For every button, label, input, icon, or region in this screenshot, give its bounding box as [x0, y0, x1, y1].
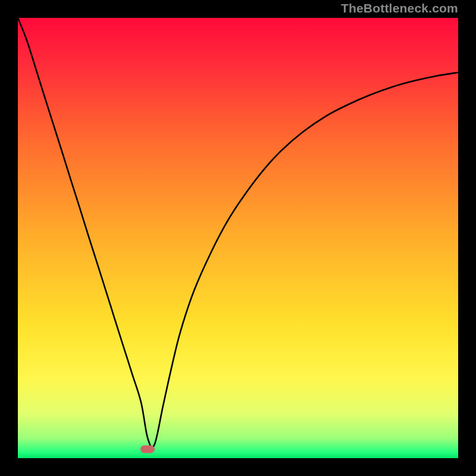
watermark-text: TheBottleneck.com [341, 1, 458, 15]
svg-rect-0 [18, 18, 458, 458]
optimal-point-marker [140, 446, 155, 453]
chart-frame: TheBottleneck.com [0, 0, 476, 476]
background-gradient [18, 18, 458, 458]
plot-area [18, 18, 458, 458]
